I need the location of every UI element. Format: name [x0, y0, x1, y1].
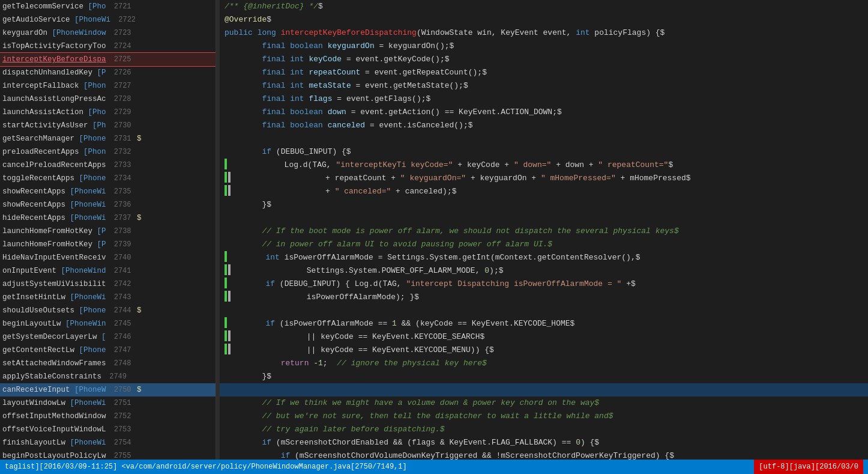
- code-line: }$: [220, 370, 868, 383]
- list-item[interactable]: HideNavInputEventReceiv 2740: [0, 251, 215, 264]
- status-bar: taglist][2016/03/09-11:25] <va/com/andro…: [0, 460, 868, 474]
- left-panel: getTelecommService [Pho 2721 getAudioSer…: [0, 0, 216, 460]
- list-item[interactable]: offsetInputMethodWindow 2752: [0, 410, 215, 423]
- list-item[interactable]: layoutWindowLw [PhoneWi 2751: [0, 397, 215, 410]
- code-line: /** {@inheritDoc} */$: [220, 0, 868, 13]
- list-item[interactable]: dispatchUnhandledKey [P 2726: [0, 66, 215, 79]
- list-item[interactable]: applyStableConstraints 2749: [0, 370, 215, 383]
- code-line: @Override$: [220, 13, 868, 26]
- list-item[interactable]: keyguardOn [PhoneWindow 2723: [0, 26, 215, 40]
- list-item[interactable]: getSystemDecorLayerLw [ 2746: [0, 330, 215, 344]
- list-item-active[interactable]: canReceiveInput [PhoneW 2750 $: [0, 383, 215, 397]
- code-line: final int flags = event.getFlags();$: [220, 93, 868, 106]
- code-line: // If the boot mode is power off alarm, …: [220, 225, 868, 238]
- status-badge: [utf-8][java][2016/03/0: [754, 460, 863, 474]
- code-line: Log.d(TAG, "interceptKeyTi keyCode=" + k…: [220, 159, 868, 172]
- code-line: final int metaState = event.getMetaState…: [220, 79, 868, 93]
- list-item[interactable]: getContentRectLw [Phone 2747: [0, 344, 215, 357]
- code-line: public long interceptKeyBeforeDispatchin…: [220, 26, 868, 40]
- code-line: }$: [220, 198, 868, 211]
- code-line: + " canceled=" + canceled);$: [220, 185, 868, 198]
- list-item[interactable]: onInputEvent [PhoneWind 2741: [0, 264, 215, 278]
- code-line: if (mScreenshotChordEnabled && (flags & …: [220, 436, 868, 449]
- list-item[interactable]: getAudioService [PhoneWi 2722: [0, 13, 215, 26]
- code-line: final int keyCode = event.getKeyCode();$: [220, 53, 868, 66]
- code-line: // in power off alarm UI to avoid pausin…: [220, 238, 868, 251]
- list-item[interactable]: launchHomeFromHotKey [P 2739: [0, 238, 215, 251]
- code-line: Settings.System.POWER_OFF_ALARM_MODE, 0)…: [220, 264, 868, 278]
- code-editor[interactable]: /** {@inheritDoc} */$ @Override$ public …: [220, 0, 868, 460]
- list-item-highlighted[interactable]: interceptKeyBeforeDispa 2725: [0, 53, 215, 66]
- list-item[interactable]: toggleRecentApps [Phone 2734: [0, 172, 215, 185]
- list-item[interactable]: launchAssistLongPressAc 2728: [0, 93, 215, 106]
- code-line: final int repeatCount = event.getRepeatC…: [220, 66, 868, 79]
- code-line: isPowerOffAlarmMode); }$: [220, 291, 868, 304]
- code-line: if (DEBUG_INPUT) {$: [220, 145, 868, 159]
- code-line: if (isPowerOffAlarmMode == 1 && (keyCode…: [220, 317, 868, 330]
- list-item[interactable]: showRecentApps [PhoneWi 2735: [0, 185, 215, 198]
- code-line: || keyCode == KeyEvent.KEYCODE_SEARCH$: [220, 330, 868, 344]
- code-line: // try again later before dispatching.$: [220, 423, 868, 436]
- list-item[interactable]: shouldUseOutsets [Phone 2744 $: [0, 304, 215, 317]
- list-item[interactable]: beginPostLayoutPolicyLw 2755: [0, 449, 215, 460]
- code-content: /** {@inheritDoc} */$ @Override$ public …: [220, 0, 868, 460]
- code-line: + repeatCount + " keyguardOn=" + keyguar…: [220, 172, 868, 185]
- code-line: if (DEBUG_INPUT) { Log.d(TAG, "intercept…: [220, 278, 868, 291]
- list-item[interactable]: hideRecentApps [PhoneWi 2737 $: [0, 211, 215, 225]
- list-item[interactable]: interceptFallback [Phon 2727: [0, 79, 215, 93]
- list-item[interactable]: startActivityAsUser [Ph 2730: [0, 119, 215, 132]
- function-list: getTelecommService [Pho 2721 getAudioSer…: [0, 0, 215, 460]
- list-item[interactable]: setAttachedWindowFrames 2748: [0, 357, 215, 370]
- list-item[interactable]: offsetVoiceInputWindowL 2753: [0, 423, 215, 436]
- code-line: return -1; // ignore the physical key he…: [220, 357, 868, 370]
- list-item[interactable]: launchAssistAction [Pho 2729: [0, 106, 215, 119]
- list-item[interactable]: preloadRecentApps [Phon 2732: [0, 145, 215, 159]
- list-item[interactable]: finishLayoutLw [PhoneWi 2754: [0, 436, 215, 449]
- list-item[interactable]: getSearchManager [Phone 2731 $: [0, 132, 215, 145]
- code-line: [220, 211, 868, 225]
- list-item[interactable]: getTelecommService [Pho 2721: [0, 0, 215, 13]
- code-line: final boolean keyguardOn = keyguardOn();…: [220, 40, 868, 53]
- status-text: taglist][2016/03/09-11:25] <va/com/andro…: [5, 463, 749, 471]
- code-line: int isPowerOffAlarmMode = Settings.Syste…: [220, 251, 868, 264]
- list-item[interactable]: isTopActivityFactoryToo 2724: [0, 40, 215, 53]
- list-item[interactable]: beginLayoutLw [PhoneWin 2745: [0, 317, 215, 330]
- list-item[interactable]: launchHomeFromHotKey [P 2738: [0, 225, 215, 238]
- list-item[interactable]: showRecentApps [PhoneWi 2736: [0, 198, 215, 211]
- code-line: final boolean canceled = event.isCancele…: [220, 119, 868, 132]
- code-line-active: [220, 383, 868, 397]
- editor-container: getTelecommService [Pho 2721 getAudioSer…: [0, 0, 868, 460]
- list-item[interactable]: cancelPreloadRecentApps 2733: [0, 159, 215, 172]
- list-item[interactable]: getInsetHintLw [PhoneWi 2743: [0, 291, 215, 304]
- code-line: [220, 304, 868, 317]
- code-line: // but we're not sure, then tell the dis…: [220, 410, 868, 423]
- code-line: final boolean down = event.getAction() =…: [220, 106, 868, 119]
- code-line: [220, 132, 868, 145]
- list-item[interactable]: adjustSystemUiVisibilit 2742: [0, 278, 215, 291]
- code-line: if (mScreenshotChordVolumeDownKeyTrigger…: [220, 449, 868, 460]
- code-line: // If we think we might have a volume do…: [220, 397, 868, 410]
- code-line: || keyCode == KeyEvent.KEYCODE_MENU)) {$: [220, 344, 868, 357]
